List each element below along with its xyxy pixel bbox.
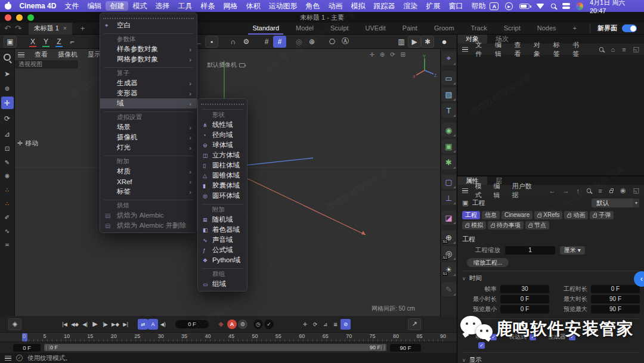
layout-tab[interactable]: Track bbox=[463, 23, 496, 35]
menu-item[interactable] bbox=[100, 15, 197, 20]
tool-button[interactable]: ✎ bbox=[1, 157, 14, 167]
tool-button[interactable]: ⊚ bbox=[1, 83, 14, 94]
submenu-item[interactable]: ∿ 声音域 bbox=[198, 235, 247, 245]
attribute-tab-chip[interactable]: 模拟 bbox=[462, 221, 486, 229]
apple-logo[interactable] bbox=[5, 2, 11, 10]
menu-item[interactable]: 变形器 › bbox=[100, 88, 197, 98]
view-control-icon[interactable]: ⊕ bbox=[380, 51, 385, 58]
transport-button[interactable]: ◷ bbox=[253, 319, 263, 329]
screen-mirror-icon[interactable]: ▶ bbox=[505, 2, 512, 10]
layout-tab[interactable]: Standard bbox=[244, 23, 287, 35]
transport-button[interactable]: ⟳ bbox=[310, 319, 320, 330]
menu-item[interactable]: 摄像机 › bbox=[100, 132, 197, 142]
viewport-menu-item[interactable]: 查看 bbox=[35, 50, 48, 59]
viewport-menu-item[interactable]: 摄像机 bbox=[58, 50, 78, 59]
wifi-icon[interactable] bbox=[536, 4, 544, 9]
tool-button[interactable]: ∴ bbox=[1, 198, 14, 209]
submenu-item[interactable]: △ 圆锥体域 bbox=[198, 170, 247, 181]
layout-tab[interactable]: UVEdit bbox=[357, 23, 394, 35]
checkbox[interactable]: ✓ bbox=[530, 334, 536, 340]
menubar-item[interactable]: 模拟 bbox=[346, 1, 369, 11]
transport-button[interactable]: ↗ bbox=[408, 318, 421, 330]
layout-tab[interactable]: Script bbox=[496, 23, 529, 35]
submenu-item[interactable]: ❖ Python域 bbox=[198, 255, 247, 265]
menubar-item[interactable]: 选择 bbox=[151, 1, 174, 11]
toolbar-button[interactable]: Ⓐ bbox=[339, 36, 352, 48]
control-center-icon[interactable] bbox=[562, 3, 569, 9]
attribute-tab-chip[interactable]: 节点 bbox=[525, 221, 549, 229]
transport-button[interactable]: ▶ bbox=[90, 319, 100, 330]
attr-menu-item[interactable]: 编辑 bbox=[494, 182, 505, 200]
menu-item[interactable]: 材质 › bbox=[100, 166, 197, 176]
menu-item[interactable]: ▤ 烘焙为 Alembic bbox=[100, 210, 197, 221]
submenu-item[interactable]: ⋔ 线性域 bbox=[198, 120, 247, 130]
submenu-item[interactable]: 附加 bbox=[198, 205, 247, 215]
toolbar-button[interactable]: ⊕ bbox=[305, 36, 318, 48]
transport-button[interactable]: ⇄ bbox=[138, 319, 148, 330]
layout-tab[interactable]: Paint bbox=[394, 23, 426, 35]
menu-item[interactable]: 灯光 › bbox=[100, 142, 197, 153]
attr-popup-icon[interactable]: ◱ bbox=[633, 187, 639, 194]
palette-button[interactable]: ⊕ S1 bbox=[442, 230, 456, 244]
menubar-item[interactable]: 渲染 bbox=[399, 1, 422, 11]
toolbar-button[interactable]: ▣ bbox=[4, 36, 17, 48]
palette-button[interactable]: ⊥ bbox=[442, 191, 456, 205]
submenu-item[interactable]: ƒ 公式域 bbox=[198, 245, 247, 255]
add-tab-button[interactable]: + bbox=[80, 24, 85, 33]
transport-button[interactable]: ⊿ bbox=[320, 319, 330, 330]
object-menu-item[interactable]: 标签 bbox=[553, 41, 566, 58]
attr-search-icon[interactable] bbox=[587, 188, 591, 193]
undo-icon[interactable]: ↶ bbox=[4, 24, 11, 33]
object-menu-item[interactable]: 书签 bbox=[572, 41, 585, 58]
transport-button[interactable]: |▶ bbox=[100, 319, 110, 330]
attribute-tab-chip[interactable]: Cineware bbox=[501, 211, 532, 219]
submenu-item[interactable]: ▭ 组域 bbox=[198, 279, 247, 289]
submenu-item[interactable]: ◧ 着色器域 bbox=[198, 225, 247, 235]
palette-button[interactable]: T bbox=[442, 103, 456, 117]
palette-button[interactable]: ▭ bbox=[442, 71, 456, 85]
interface-toggle[interactable] bbox=[622, 24, 637, 32]
object-menu-item[interactable]: 查看 bbox=[514, 41, 527, 58]
attribute-tab-chip[interactable]: XRefs bbox=[534, 211, 562, 219]
toolbar-button[interactable]: ▶ bbox=[408, 36, 421, 48]
view-control-icon[interactable]: ⊞ bbox=[401, 51, 405, 58]
transport-button[interactable]: ✓ bbox=[264, 319, 274, 329]
toolbar-button[interactable]: ▥ bbox=[395, 36, 408, 48]
zoom-window-button[interactable] bbox=[27, 14, 34, 21]
submenu-item[interactable]: ◫ 立方体域 bbox=[198, 150, 247, 160]
attribute-tab-chip[interactable]: 工程 bbox=[462, 211, 480, 219]
app-globe-icon[interactable] bbox=[576, 2, 583, 10]
time-section-header[interactable]: ∨ 时间 bbox=[457, 272, 644, 284]
palette-button[interactable]: ◎ S1 bbox=[442, 246, 456, 260]
menu-item[interactable]: 生成器 › bbox=[100, 78, 197, 88]
tool-button[interactable]: ≍ bbox=[1, 239, 14, 250]
object-menu-item[interactable]: 文件 bbox=[475, 41, 488, 58]
input-method-icon[interactable]: A bbox=[490, 2, 499, 10]
axis-gizmo[interactable]: Y X Z bbox=[411, 54, 438, 80]
toolbar-button[interactable]: ∩ bbox=[227, 36, 240, 48]
transport-button[interactable]: 0 F bbox=[175, 320, 209, 328]
tool-button[interactable]: ❋ bbox=[1, 170, 14, 181]
object-list-area[interactable] bbox=[457, 55, 644, 176]
menubar-item[interactable]: 编辑 bbox=[83, 1, 106, 11]
popup-icon[interactable]: ◱ bbox=[633, 45, 639, 53]
submenu-item[interactable]: ⊞ 随机域 bbox=[198, 215, 247, 225]
menubar-item[interactable]: 跟踪器 bbox=[369, 1, 399, 11]
redo-icon[interactable]: ↷ bbox=[15, 24, 21, 33]
timeline-ruler[interactable]: 0 5 10 15 20 25 30 35 40 45 50 55 bbox=[0, 332, 457, 342]
transport-button[interactable]: A bbox=[227, 319, 237, 329]
menu-item[interactable]: 场景 › bbox=[100, 122, 197, 132]
menubar-item[interactable]: 帮助 bbox=[467, 1, 490, 11]
scale-project-button[interactable]: 缩放工程... bbox=[467, 258, 509, 267]
menubar-item[interactable]: Cinema 4D bbox=[15, 1, 60, 11]
menu-item[interactable]: 虚拟设置 bbox=[100, 113, 197, 122]
menu-item[interactable]: 标签 › bbox=[100, 187, 197, 197]
tool-button[interactable]: ➤ bbox=[1, 67, 14, 80]
menubar-item[interactable]: 样条 bbox=[196, 1, 219, 11]
layout-tab[interactable]: Groom bbox=[426, 23, 463, 35]
transport-button[interactable]: ⚙ bbox=[238, 319, 247, 329]
palette-button[interactable]: ☀ S1 bbox=[442, 262, 456, 277]
menubar-item[interactable]: 动画 bbox=[324, 1, 346, 11]
tool-button[interactable]: ∴ bbox=[1, 184, 14, 195]
menubar-clock[interactable]: 4月1日 周六 20:47 bbox=[590, 0, 639, 14]
